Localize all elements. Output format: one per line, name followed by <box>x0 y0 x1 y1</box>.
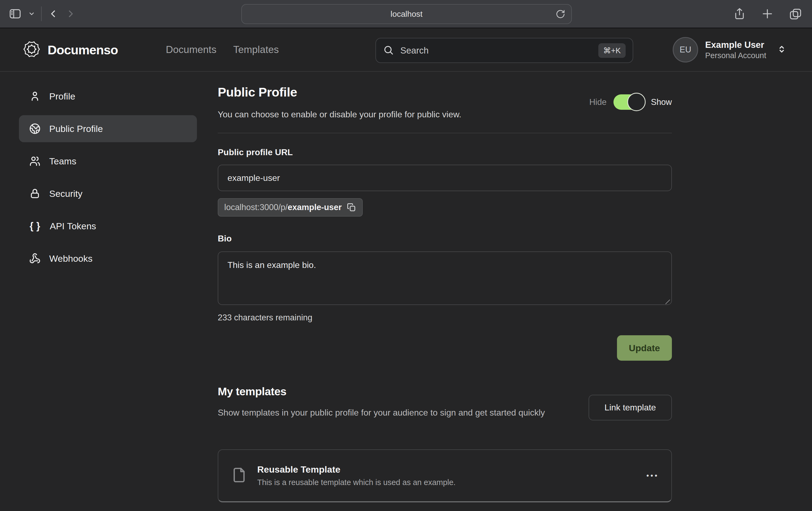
bio-field-label: Bio <box>218 234 232 244</box>
profile-url-input[interactable] <box>218 164 672 191</box>
lock-icon <box>29 188 40 199</box>
sidebar-item-public-profile[interactable]: Public Profile <box>19 115 197 142</box>
sidebar-item-label: API Tokens <box>50 221 96 232</box>
profile-visibility-switch[interactable] <box>613 94 644 110</box>
brand[interactable]: Documenso <box>23 28 118 71</box>
link-template-button[interactable]: Link template <box>588 395 672 420</box>
page: localhost Documen <box>0 0 812 511</box>
my-templates-title: My templates <box>218 385 286 398</box>
template-name: Reusable Template <box>257 464 646 475</box>
template-description: This is a reusable template which is use… <box>257 478 646 487</box>
toggle-show-label: Show <box>651 97 672 107</box>
template-more-menu[interactable]: ••• <box>646 472 659 480</box>
file-icon <box>231 467 248 484</box>
chevrons-up-down-icon <box>777 44 787 55</box>
user-account-type: Personal Account <box>705 51 766 60</box>
profile-url-preview-chip: localhost:3000/p/example-user <box>218 198 363 216</box>
forward-icon[interactable] <box>65 8 76 20</box>
page-title: Public Profile <box>218 85 297 99</box>
sidebar-item-label: Webhooks <box>49 253 92 264</box>
resize-grip-icon[interactable] <box>665 299 670 306</box>
app-header: Documenso Documents Templates ⌘+K EU Exa… <box>0 28 812 72</box>
sidebar-item-label: Security <box>49 188 83 199</box>
sidebar-item-label: Teams <box>49 156 76 167</box>
settings-sidebar: Profile Public Profile Teams Security { … <box>19 83 197 277</box>
sidebar-item-security[interactable]: Security <box>19 180 197 207</box>
sidebar-item-webhooks[interactable]: Webhooks <box>19 245 197 272</box>
user-name: Example User <box>705 39 766 51</box>
toolbar-divider <box>41 6 42 21</box>
back-icon[interactable] <box>48 8 59 20</box>
template-info: Reusable Template This is a reusable tem… <box>257 464 646 487</box>
profile-url-preview: localhost:3000/p/example-user <box>224 203 342 212</box>
address-bar[interactable]: localhost <box>241 4 572 24</box>
share-icon[interactable] <box>733 7 746 20</box>
update-button[interactable]: Update <box>617 335 672 361</box>
search-icon <box>383 44 394 57</box>
nav-documents[interactable]: Documents <box>166 44 216 55</box>
new-tab-icon[interactable] <box>761 7 774 20</box>
documenso-logo-icon <box>23 40 40 59</box>
chevron-down-icon[interactable] <box>28 10 35 17</box>
sidebar-item-profile[interactable]: Profile <box>19 83 197 110</box>
copy-url-button[interactable] <box>347 203 356 212</box>
globe-icon <box>29 123 40 134</box>
refresh-icon[interactable] <box>556 9 565 19</box>
switch-knob <box>627 93 646 111</box>
sidebar-item-label: Public Profile <box>49 124 103 134</box>
avatar: EU <box>673 37 698 62</box>
tab-overview-icon[interactable] <box>789 7 802 21</box>
sidebar-item-api-tokens[interactable]: { } API Tokens <box>19 212 197 240</box>
my-templates-description: Show templates in your public profile fo… <box>218 406 597 420</box>
sidebar-item-label: Profile <box>49 91 75 102</box>
sidebar-item-teams[interactable]: Teams <box>19 148 197 175</box>
users-icon <box>29 155 40 167</box>
characters-remaining: 233 characters remaining <box>218 313 312 323</box>
braces-icon: { } <box>29 220 41 232</box>
nav-templates[interactable]: Templates <box>233 44 279 55</box>
template-card[interactable]: Reusable Template This is a reusable tem… <box>218 449 672 502</box>
section-divider <box>218 133 672 133</box>
profile-visibility-toggle-row: Hide Show <box>589 94 672 110</box>
url-field-label: Public profile URL <box>218 147 293 157</box>
address-bar-url: localhost <box>390 9 423 19</box>
user-icon <box>29 91 40 102</box>
search-bar[interactable]: ⌘+K <box>375 38 633 63</box>
copy-icon <box>347 203 356 212</box>
webhook-icon <box>29 253 40 264</box>
page-subtitle: You can choose to enable or disable your… <box>218 110 461 120</box>
search-shortcut-badge: ⌘+K <box>598 43 626 58</box>
sidebar-toggle-icon[interactable] <box>8 7 22 21</box>
search-input[interactable] <box>400 46 598 56</box>
browser-chrome: localhost <box>0 0 812 28</box>
brand-name: Documenso <box>48 42 118 57</box>
bio-textarea[interactable]: This is an example bio. <box>218 251 672 305</box>
top-nav: Documents Templates <box>166 28 279 71</box>
user-menu[interactable]: EU Example User Personal Account <box>673 28 787 71</box>
toggle-hide-label: Hide <box>589 97 607 107</box>
